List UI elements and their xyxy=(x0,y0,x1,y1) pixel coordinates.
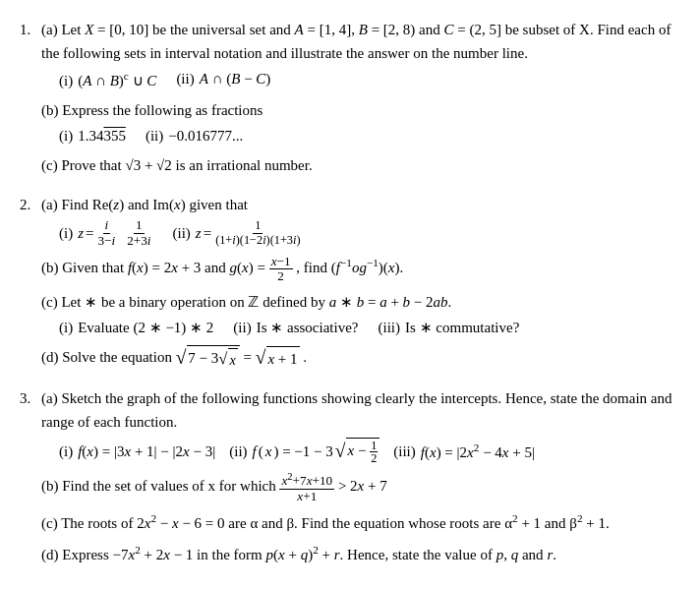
q2c-iii: (iii) Is ∗ commutative? xyxy=(378,316,519,339)
q1-part-b: (b) Express the following as fractions (… xyxy=(41,98,680,147)
q1-part-c: (c) Prove that √3 + √2 is an irrational … xyxy=(41,153,680,177)
q1a-ii-expr: A ∩ (B − C) xyxy=(200,67,271,90)
q1b-i: (i) 1.34355 xyxy=(59,124,126,147)
q2a-i-roman: (i) xyxy=(59,221,73,245)
q1c-text: Prove that √3 + √2 is an irrational numb… xyxy=(61,157,312,173)
q1a-text: Let X = [0, 10] be the universal set and… xyxy=(41,22,671,61)
q2c-ii-roman: (ii) xyxy=(233,316,251,339)
q3-part-d: (d) Express −7x2 + 2x − 1 in the form p(… xyxy=(41,541,680,566)
q3a-ii: (ii) f(x) = −1 − 3 √ x − 1 2 xyxy=(229,438,379,464)
q2c-i-expr: Evaluate (2 ∗ −1) ∗ 2 xyxy=(78,316,213,339)
q1b-ii: (ii) −0.016777... xyxy=(146,124,243,147)
q3-part-a: (a) Sketch the graph of the following fu… xyxy=(41,386,680,464)
frac-1-2plus3i: 1 2+3i xyxy=(125,218,152,248)
q2-part-c: (c) Let ∗ be a binary operation on ℤ def… xyxy=(41,290,680,339)
q2d-text: Solve the equation √7 − 3√x = √x + 1 . xyxy=(62,349,307,365)
q3a-ii-expr: f(x) = −1 − 3 √ x − 1 2 xyxy=(253,438,380,464)
q2a-ii-roman: (ii) xyxy=(172,221,190,245)
q3a-i: (i) f(x) = |3x + 1| − |2x − 3| xyxy=(59,438,215,464)
q1a-ii-roman: (ii) xyxy=(176,67,194,90)
q3a-subparts: (i) f(x) = |3x + 1| − |2x − 3| (ii) f(x)… xyxy=(59,438,680,464)
q1a-i-roman: (i) xyxy=(59,69,73,92)
q2a-text: Find Re(z) and Im(x) given that xyxy=(61,197,248,212)
frac-i-3i: i 3−i xyxy=(95,218,117,248)
q3-part-c: (c) The roots of 2x2 − x − 6 = 0 are α a… xyxy=(41,509,680,535)
q1-number: 1. xyxy=(20,18,41,183)
q3c-text: The roots of 2x2 − x − 6 = 0 are α and β… xyxy=(61,515,610,531)
q2-part-d: (d) Solve the equation √7 − 3√x = √x + 1… xyxy=(41,345,680,372)
q1-content: (a) Let X = [0, 10] be the universal set… xyxy=(41,18,680,183)
q2a-subparts: (i) z = i 3−i 1 2+3i xyxy=(59,218,680,248)
q2-part-a: (a) Find Re(z) and Im(x) given that (i) … xyxy=(41,193,680,248)
q3d-text: Express −7x2 + 2x − 1 in the form p(x + … xyxy=(62,547,556,562)
q2c-iii-roman: (iii) xyxy=(378,316,400,339)
q1b-ii-roman: (ii) xyxy=(146,124,163,147)
q2b-label: (b) xyxy=(41,260,62,275)
q3a-i-roman: (i) xyxy=(59,440,73,463)
q2-content: (a) Find Re(z) and Im(x) given that (i) … xyxy=(41,193,680,377)
q3a-i-expr: f(x) = |3x + 1| − |2x − 3| xyxy=(78,440,215,463)
q3-content: (a) Sketch the graph of the following fu… xyxy=(41,386,680,572)
q3a-ii-roman: (ii) xyxy=(229,440,247,463)
q2d-label: (d) xyxy=(41,349,62,365)
q3a-text: Sketch the graph of the following functi… xyxy=(41,390,671,430)
q1b-i-roman: (i) xyxy=(59,124,73,147)
q3a-iii-roman: (iii) xyxy=(393,440,416,463)
q1a-i-expr: (A ∩ B)c ∪ C xyxy=(78,67,156,92)
q1a-ii: (ii) A ∩ (B − C) xyxy=(176,67,270,92)
q3d-label: (d) xyxy=(41,547,62,562)
q2c-i: (i) Evaluate (2 ∗ −1) ∗ 2 xyxy=(59,316,213,339)
question-1: 1. (a) Let X = [0, 10] be the universal … xyxy=(20,18,680,183)
frac-complex-denom: 1 (1+i)(1−2i)(1+3i) xyxy=(213,219,302,247)
q3c-label: (c) xyxy=(41,515,61,531)
q2a-ii: (ii) z = 1 (1+i)(1−2i)(1+3i) xyxy=(172,218,302,248)
question-3: 3. (a) Sketch the graph of the following… xyxy=(20,386,680,572)
q1-part-a: (a) Let X = [0, 10] be the universal set… xyxy=(41,18,680,92)
q2c-iii-expr: Is ∗ commutative? xyxy=(405,316,519,339)
q1c-label: (c) xyxy=(41,157,61,173)
exam-page: 1. (a) Let X = [0, 10] be the universal … xyxy=(20,18,680,572)
q2c-subparts: (i) Evaluate (2 ∗ −1) ∗ 2 (ii) Is ∗ asso… xyxy=(59,316,680,339)
q1b-i-expr: 1.34355 xyxy=(78,124,126,147)
q3-number: 3. xyxy=(20,386,41,572)
q2c-i-roman: (i) xyxy=(59,316,73,339)
q3b-text: Find the set of values of x for which x2… xyxy=(62,478,386,494)
q1b-label: (b) xyxy=(41,102,62,118)
q2c-label: (c) xyxy=(41,294,61,310)
q3a-iii-expr: f(x) = |2x2 − 4x + 5| xyxy=(421,439,535,464)
q2a-i-expr: z = i 3−i 1 2+3i xyxy=(78,218,152,248)
q2-part-b: (b) Given that f(x) = 2x + 3 and g(x) = … xyxy=(41,254,680,284)
q2a-i: (i) z = i 3−i 1 2+3i xyxy=(59,218,152,248)
q1b-ii-expr: −0.016777... xyxy=(168,124,243,147)
q2c-ii-expr: Is ∗ associative? xyxy=(257,316,359,339)
q3a-label: (a) xyxy=(41,390,61,406)
q2-number: 2. xyxy=(20,193,41,377)
q3b-label: (b) xyxy=(41,478,62,494)
q2c-text: Let ∗ be a binary operation on ℤ defined… xyxy=(61,294,451,310)
q2a-ii-expr: z = 1 (1+i)(1−2i)(1+3i) xyxy=(196,219,303,247)
q1a-i: (i) (A ∩ B)c ∪ C xyxy=(59,67,156,92)
q1a-subparts: (i) (A ∩ B)c ∪ C (ii) A ∩ (B − C) xyxy=(59,67,680,92)
question-2: 2. (a) Find Re(z) and Im(x) given that (… xyxy=(20,193,680,377)
q2a-label: (a) xyxy=(41,197,61,212)
q3a-iii: (iii) f(x) = |2x2 − 4x + 5| xyxy=(393,438,535,464)
q1a-label: (a) xyxy=(41,22,61,37)
q1b-subparts: (i) 1.34355 (ii) −0.016777... xyxy=(59,124,680,147)
q1b-text: Express the following as fractions xyxy=(62,102,262,118)
q2b-text: Given that f(x) = 2x + 3 and g(x) = x−1 … xyxy=(62,260,403,275)
q3-part-b: (b) Find the set of values of x for whic… xyxy=(41,471,680,503)
q2c-ii: (ii) Is ∗ associative? xyxy=(233,316,358,339)
